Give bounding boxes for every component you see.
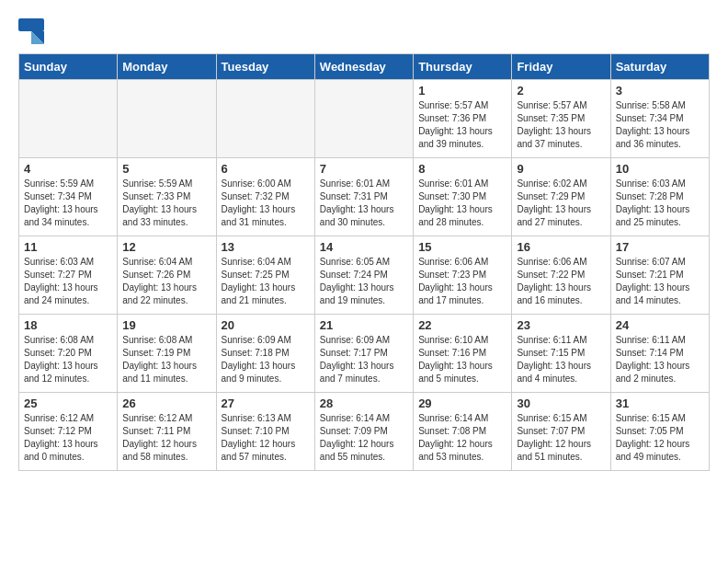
column-header-monday: Monday [118, 54, 216, 80]
day-number: 9 [517, 162, 605, 176]
day-number: 14 [320, 240, 408, 254]
day-number: 3 [616, 84, 704, 98]
day-info: Sunrise: 6:12 AMSunset: 7:11 PMDaylight:… [122, 412, 210, 464]
calendar-cell: 6Sunrise: 6:00 AMSunset: 7:32 PMDaylight… [216, 158, 314, 236]
logo [18, 18, 48, 44]
logo-icon [18, 18, 44, 44]
column-header-wednesday: Wednesday [314, 54, 413, 80]
day-info: Sunrise: 6:00 AMSunset: 7:32 PMDaylight:… [222, 178, 310, 229]
day-info: Sunrise: 6:14 AMSunset: 7:08 PMDaylight:… [418, 412, 506, 464]
day-number: 15 [418, 240, 506, 254]
calendar-cell: 25Sunrise: 6:12 AMSunset: 7:12 PMDayligh… [19, 393, 118, 471]
day-number: 24 [616, 318, 704, 332]
calendar-cell [314, 80, 413, 158]
day-number: 23 [517, 318, 605, 332]
column-header-sunday: Sunday [19, 54, 118, 80]
day-number: 12 [122, 240, 210, 254]
day-number: 6 [222, 162, 310, 176]
calendar-cell: 20Sunrise: 6:09 AMSunset: 7:18 PMDayligh… [216, 315, 314, 393]
day-info: Sunrise: 6:11 AMSunset: 7:14 PMDaylight:… [616, 334, 704, 385]
calendar-cell: 31Sunrise: 6:15 AMSunset: 7:05 PMDayligh… [610, 393, 709, 471]
day-number: 16 [517, 240, 605, 254]
day-info: Sunrise: 6:14 AMSunset: 7:09 PMDaylight:… [320, 412, 408, 464]
day-info: Sunrise: 6:10 AMSunset: 7:16 PMDaylight:… [418, 334, 506, 385]
day-info: Sunrise: 6:11 AMSunset: 7:15 PMDaylight:… [517, 334, 605, 385]
day-info: Sunrise: 5:59 AMSunset: 7:33 PMDaylight:… [122, 178, 210, 229]
calendar-cell: 3Sunrise: 5:58 AMSunset: 7:34 PMDaylight… [610, 80, 709, 158]
day-info: Sunrise: 6:04 AMSunset: 7:26 PMDaylight:… [122, 256, 210, 307]
day-info: Sunrise: 6:07 AMSunset: 7:21 PMDaylight:… [616, 256, 704, 307]
day-info: Sunrise: 5:58 AMSunset: 7:34 PMDaylight:… [616, 99, 704, 151]
day-info: Sunrise: 6:15 AMSunset: 7:07 PMDaylight:… [517, 412, 605, 464]
week-row-2: 4Sunrise: 5:59 AMSunset: 7:34 PMDaylight… [19, 158, 710, 236]
calendar-cell: 28Sunrise: 6:14 AMSunset: 7:09 PMDayligh… [314, 393, 413, 471]
day-number: 20 [222, 318, 310, 332]
calendar-cell: 18Sunrise: 6:08 AMSunset: 7:20 PMDayligh… [19, 315, 118, 393]
calendar-table: SundayMondayTuesdayWednesdayThursdayFrid… [18, 53, 710, 471]
calendar-cell: 21Sunrise: 6:09 AMSunset: 7:17 PMDayligh… [314, 315, 413, 393]
day-info: Sunrise: 5:57 AMSunset: 7:36 PMDaylight:… [418, 99, 506, 151]
day-number: 29 [418, 396, 506, 410]
day-number: 11 [24, 240, 112, 254]
day-number: 25 [24, 396, 112, 410]
column-header-thursday: Thursday [414, 54, 512, 80]
day-number: 8 [418, 162, 506, 176]
column-header-tuesday: Tuesday [216, 54, 314, 80]
column-header-friday: Friday [512, 54, 610, 80]
day-info: Sunrise: 6:01 AMSunset: 7:30 PMDaylight:… [418, 178, 506, 229]
day-info: Sunrise: 6:08 AMSunset: 7:19 PMDaylight:… [122, 334, 210, 385]
week-row-1: 1Sunrise: 5:57 AMSunset: 7:36 PMDaylight… [19, 80, 710, 158]
calendar-cell [19, 80, 118, 158]
day-info: Sunrise: 6:06 AMSunset: 7:22 PMDaylight:… [517, 256, 605, 307]
page-header [18, 18, 710, 44]
calendar-cell: 1Sunrise: 5:57 AMSunset: 7:36 PMDaylight… [414, 80, 512, 158]
svg-rect-0 [18, 18, 44, 31]
week-row-4: 18Sunrise: 6:08 AMSunset: 7:20 PMDayligh… [19, 315, 710, 393]
calendar-cell: 24Sunrise: 6:11 AMSunset: 7:14 PMDayligh… [610, 315, 709, 393]
calendar-cell: 12Sunrise: 6:04 AMSunset: 7:26 PMDayligh… [118, 236, 216, 315]
day-info: Sunrise: 6:13 AMSunset: 7:10 PMDaylight:… [222, 412, 310, 464]
calendar-cell: 23Sunrise: 6:11 AMSunset: 7:15 PMDayligh… [512, 315, 610, 393]
day-info: Sunrise: 6:03 AMSunset: 7:27 PMDaylight:… [24, 256, 112, 307]
day-number: 31 [616, 396, 704, 410]
day-info: Sunrise: 6:09 AMSunset: 7:18 PMDaylight:… [222, 334, 310, 385]
day-info: Sunrise: 6:04 AMSunset: 7:25 PMDaylight:… [222, 256, 310, 307]
calendar-cell: 2Sunrise: 5:57 AMSunset: 7:35 PMDaylight… [512, 80, 610, 158]
day-info: Sunrise: 6:02 AMSunset: 7:29 PMDaylight:… [517, 178, 605, 229]
day-number: 27 [222, 396, 310, 410]
calendar-cell: 17Sunrise: 6:07 AMSunset: 7:21 PMDayligh… [610, 236, 709, 315]
day-number: 10 [616, 162, 704, 176]
day-info: Sunrise: 5:59 AMSunset: 7:34 PMDaylight:… [24, 178, 112, 229]
calendar-header-row: SundayMondayTuesdayWednesdayThursdayFrid… [19, 54, 710, 80]
column-header-saturday: Saturday [610, 54, 709, 80]
day-number: 1 [418, 84, 506, 98]
calendar-cell: 30Sunrise: 6:15 AMSunset: 7:07 PMDayligh… [512, 393, 610, 471]
day-info: Sunrise: 6:06 AMSunset: 7:23 PMDaylight:… [418, 256, 506, 307]
calendar-cell: 11Sunrise: 6:03 AMSunset: 7:27 PMDayligh… [19, 236, 118, 315]
day-number: 26 [122, 396, 210, 410]
day-number: 4 [24, 162, 112, 176]
calendar-cell [216, 80, 314, 158]
day-info: Sunrise: 6:05 AMSunset: 7:24 PMDaylight:… [320, 256, 408, 307]
calendar-cell: 14Sunrise: 6:05 AMSunset: 7:24 PMDayligh… [314, 236, 413, 315]
calendar-cell: 5Sunrise: 5:59 AMSunset: 7:33 PMDaylight… [118, 158, 216, 236]
calendar-cell [118, 80, 216, 158]
calendar-cell: 13Sunrise: 6:04 AMSunset: 7:25 PMDayligh… [216, 236, 314, 315]
day-info: Sunrise: 6:09 AMSunset: 7:17 PMDaylight:… [320, 334, 408, 385]
day-number: 21 [320, 318, 408, 332]
calendar-cell: 4Sunrise: 5:59 AMSunset: 7:34 PMDaylight… [19, 158, 118, 236]
calendar-cell: 7Sunrise: 6:01 AMSunset: 7:31 PMDaylight… [314, 158, 413, 236]
calendar-cell: 22Sunrise: 6:10 AMSunset: 7:16 PMDayligh… [414, 315, 512, 393]
day-number: 13 [222, 240, 310, 254]
day-number: 30 [517, 396, 605, 410]
day-number: 18 [24, 318, 112, 332]
day-info: Sunrise: 6:15 AMSunset: 7:05 PMDaylight:… [616, 412, 704, 464]
day-number: 5 [122, 162, 210, 176]
week-row-3: 11Sunrise: 6:03 AMSunset: 7:27 PMDayligh… [19, 236, 710, 315]
calendar-cell: 16Sunrise: 6:06 AMSunset: 7:22 PMDayligh… [512, 236, 610, 315]
calendar-cell: 8Sunrise: 6:01 AMSunset: 7:30 PMDaylight… [414, 158, 512, 236]
day-number: 22 [418, 318, 506, 332]
day-number: 17 [616, 240, 704, 254]
day-info: Sunrise: 6:03 AMSunset: 7:28 PMDaylight:… [616, 178, 704, 229]
day-number: 7 [320, 162, 408, 176]
